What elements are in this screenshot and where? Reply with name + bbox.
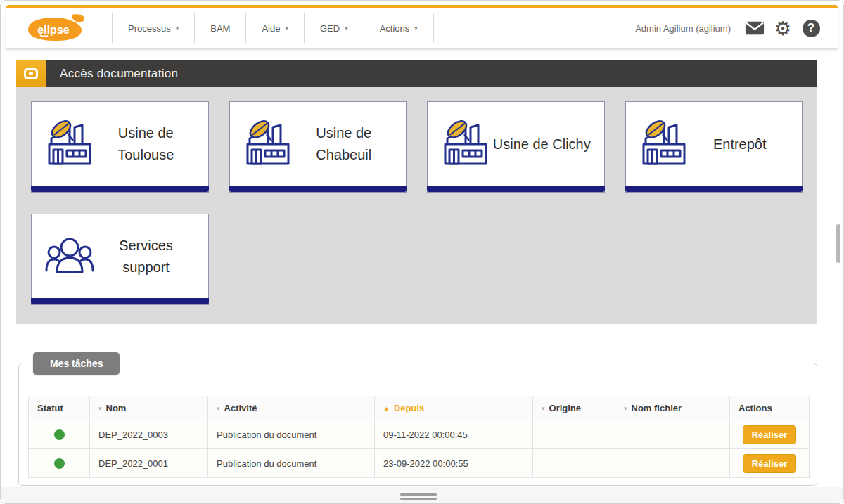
factory-leaf-icon (439, 117, 492, 171)
table-row: DEP_2022_0001 Publication du document 23… (29, 449, 810, 478)
card-label: Usine de Toulouse (96, 122, 201, 166)
nom-fichier-cell (615, 420, 730, 449)
sort-icon: ▾ (542, 405, 545, 412)
nom-fichier-cell (615, 449, 730, 478)
depuis-cell: 09-11-2022 00:00:45 (375, 420, 533, 449)
column-label: Nom (106, 403, 127, 413)
navbar: elipse Processus ▾ BAM Aide ▾ GED ▾ Acti… (6, 8, 838, 49)
scrollbar-thumb[interactable] (836, 224, 840, 263)
column-header-statut[interactable]: Statut (29, 396, 90, 420)
menu-item-label: GED (320, 23, 340, 34)
sort-icon: ▾ (624, 405, 627, 412)
settings-icon[interactable]: ⚙ (773, 18, 793, 38)
card-usine-chabeuil[interactable]: Usine de Chabeuil (229, 101, 407, 193)
origine-cell (533, 420, 615, 449)
column-header-nom[interactable]: ▾Nom (90, 396, 208, 420)
actions-cell: Réaliser (730, 420, 810, 449)
menu-item-label: Processus (128, 23, 171, 34)
menu-item-label: BAM (210, 23, 230, 34)
logged-user-label: Admin Agilium (agilium) (635, 23, 731, 34)
chevron-down-icon: ▾ (285, 25, 288, 32)
table-row: DEP_2022_0003 Publication du document 09… (29, 420, 810, 449)
sort-icon: ▾ (217, 405, 220, 412)
table-header-row: Statut ▾Nom ▾Activité ▲Depuis ▾Origine ▾… (29, 396, 810, 420)
column-label: Actions (738, 403, 772, 413)
sort-asc-icon: ▲ (383, 405, 390, 412)
card-accent-bar (229, 186, 407, 192)
realiser-button[interactable]: Réaliser (743, 425, 797, 444)
help-glyph: ? (803, 20, 820, 37)
documentation-access-area: Usine de Toulouse (16, 87, 817, 324)
menu-item-ged[interactable]: GED ▾ (305, 13, 364, 43)
section-header: Accès documentation (16, 60, 817, 87)
menu-item-label: Actions (380, 23, 410, 34)
logo-text: elipse (37, 24, 69, 36)
card-accent-bar (31, 298, 209, 304)
column-label: Statut (37, 403, 63, 413)
card-services-support[interactable]: Services support (31, 214, 209, 305)
tab-mes-taches[interactable]: Mes tâches (33, 352, 120, 375)
card-accent-bar (625, 186, 803, 192)
realiser-button[interactable]: Réaliser (743, 454, 797, 473)
factory-leaf-icon (43, 117, 96, 171)
chevron-down-icon: ▾ (345, 25, 348, 32)
column-label: Depuis (394, 403, 424, 413)
tasks-table: Statut ▾Nom ▾Activité ▲Depuis ▾Origine ▾… (28, 396, 810, 478)
menu-item-label: Aide (262, 23, 280, 34)
status-cell (29, 420, 90, 449)
activite-cell: Publication du document (208, 449, 375, 478)
card-accent-bar (31, 186, 209, 192)
menu-item-bam[interactable]: BAM (195, 13, 246, 43)
app-window: elipse Processus ▾ BAM Aide ▾ GED ▾ Acti… (0, 0, 844, 504)
card-label: Entrepôt (691, 134, 795, 155)
people-icon (43, 230, 96, 283)
column-label: Activité (224, 403, 257, 413)
sort-icon: ▾ (98, 405, 102, 412)
column-header-depuis[interactable]: ▲Depuis (375, 396, 533, 420)
chevron-down-icon: ▾ (176, 25, 179, 32)
menu-item-actions[interactable]: Actions ▾ (364, 13, 434, 43)
chevron-down-icon: ▾ (414, 25, 418, 32)
gear-glyph: ⚙ (774, 19, 791, 38)
resize-handle[interactable] (400, 493, 437, 502)
nom-cell: DEP_2022_0001 (90, 449, 208, 478)
cards-row: Services support (31, 214, 803, 305)
card-label: Usine de Chabeuil (295, 122, 399, 166)
card-accent-bar (427, 186, 605, 192)
depuis-cell: 23-09-2022 00:00:55 (375, 449, 533, 478)
menu-item-aide[interactable]: Aide ▾ (246, 13, 305, 43)
status-green-dot (54, 458, 65, 469)
mail-icon[interactable] (745, 18, 765, 38)
nom-cell: DEP_2022_0003 (90, 420, 208, 449)
card-usine-toulouse[interactable]: Usine de Toulouse (31, 101, 209, 193)
factory-leaf-icon (241, 117, 295, 171)
navbar-right: Admin Agilium (agilium) ⚙ ? (635, 18, 821, 38)
column-label: Nom fichier (632, 403, 682, 413)
menu-item-processus[interactable]: Processus ▾ (112, 13, 195, 43)
cards-row: Usine de Toulouse (31, 101, 803, 193)
help-icon[interactable]: ? (801, 18, 821, 38)
origine-cell (533, 449, 615, 478)
actions-cell: Réaliser (730, 449, 810, 478)
column-header-origine[interactable]: ▾Origine (533, 396, 615, 420)
factory-leaf-icon (637, 117, 691, 171)
card-entrepot[interactable]: Entrepôt (625, 101, 803, 193)
main-menu: Processus ▾ BAM Aide ▾ GED ▾ Actions ▾ (112, 13, 434, 43)
status-cell (29, 449, 90, 478)
column-header-activite[interactable]: ▾Activité (208, 396, 375, 420)
tasks-panel: Mes tâches Statut ▾Nom ▾Activité ▲Depuis… (18, 363, 817, 486)
column-label: Origine (549, 403, 582, 413)
column-header-nom-fichier[interactable]: ▾Nom fichier (615, 396, 730, 420)
status-green-dot (54, 429, 65, 440)
card-label: Usine de Clichy (492, 134, 597, 155)
section-title: Accès documentation (60, 67, 178, 81)
activite-cell: Publication du document (208, 420, 375, 449)
documentation-icon (16, 60, 46, 87)
card-usine-clichy[interactable]: Usine de Clichy (427, 101, 605, 193)
elipse-logo[interactable]: elipse (22, 13, 92, 44)
card-label: Services support (96, 235, 201, 278)
column-header-actions[interactable]: Actions (730, 396, 810, 420)
